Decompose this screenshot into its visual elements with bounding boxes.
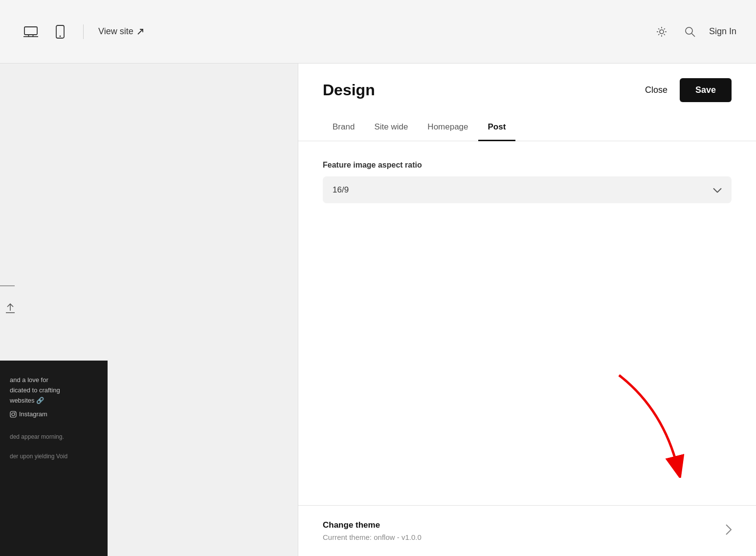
change-theme-title: Change theme — [323, 520, 422, 530]
preview-dark-card: and a love for dicated to crafting websi… — [0, 361, 108, 556]
preview-panel: and a love for dicated to crafting websi… — [0, 64, 298, 556]
view-site-label: View site — [98, 26, 133, 37]
feature-image-label: Feature image aspect ratio — [323, 161, 732, 170]
instagram-link: Instagram — [10, 410, 98, 418]
svg-line-9 — [664, 34, 665, 35]
tabs-container: Brand Site wide Homepage Post — [298, 114, 756, 141]
sign-in-label: Sign In — [709, 26, 736, 37]
laptop-view-button[interactable] — [20, 22, 42, 42]
annotation-arrow — [604, 370, 692, 478]
view-site-button[interactable]: View site — [98, 26, 144, 37]
svg-line-11 — [664, 28, 665, 29]
design-header: Design Close Save — [298, 64, 756, 114]
svg-line-8 — [658, 28, 659, 29]
svg-point-16 — [15, 412, 16, 413]
tab-brand[interactable]: Brand — [323, 114, 364, 141]
tab-homepage[interactable]: Homepage — [418, 114, 478, 141]
design-header-actions: Close Save — [645, 78, 732, 102]
top-bar: View site Sign — [0, 0, 756, 64]
feature-image-section: Feature image aspect ratio 16/9 4/3 1/1 … — [323, 161, 732, 203]
change-theme-info: Change theme Current theme: onflow - v1.… — [323, 520, 422, 541]
search-button[interactable] — [681, 22, 699, 41]
svg-point-3 — [660, 30, 664, 34]
tab-sitewide[interactable]: Site wide — [364, 114, 418, 141]
design-title: Design — [323, 81, 375, 99]
card-text-1: and a love for — [10, 375, 98, 385]
svg-point-12 — [686, 27, 692, 34]
svg-line-10 — [658, 34, 659, 35]
upload-icon — [5, 302, 16, 318]
preview-content: and a love for dicated to crafting websi… — [0, 64, 298, 556]
horizontal-line — [0, 285, 15, 286]
svg-point-15 — [12, 413, 15, 416]
svg-rect-0 — [24, 27, 37, 35]
save-button[interactable]: Save — [680, 78, 732, 102]
design-body: Feature image aspect ratio 16/9 4/3 1/1 … — [298, 141, 756, 556]
top-bar-left: View site — [20, 21, 144, 43]
change-theme-subtitle: Current theme: onflow - v1.0.0 — [323, 533, 422, 541]
card-text-2: dicated to crafting — [10, 385, 98, 396]
change-theme-section[interactable]: Change theme Current theme: onflow - v1.… — [298, 505, 756, 556]
poem-line-2: der upon yielding Void — [10, 452, 98, 461]
chevron-right-icon — [726, 524, 732, 538]
top-bar-right: Sign In — [652, 22, 736, 41]
instagram-label: Instagram — [19, 410, 47, 418]
poem-line-1: ded appear morning. — [10, 432, 98, 442]
tab-post[interactable]: Post — [478, 114, 516, 141]
main-layout: and a love for dicated to crafting websi… — [0, 64, 756, 556]
svg-point-2 — [60, 35, 61, 37]
card-text-3: websites 🔗 — [10, 396, 98, 406]
mobile-view-button[interactable] — [52, 21, 68, 43]
close-button[interactable]: Close — [645, 85, 667, 95]
design-panel: Design Close Save Brand Site wide Homepa… — [298, 64, 756, 556]
aspect-ratio-dropdown-wrapper: 16/9 4/3 1/1 3/2 — [323, 176, 732, 203]
svg-rect-14 — [10, 411, 16, 417]
brightness-button[interactable] — [652, 22, 671, 41]
aspect-ratio-select[interactable]: 16/9 4/3 1/1 3/2 — [323, 176, 732, 203]
svg-line-13 — [691, 33, 695, 37]
toolbar-divider — [83, 24, 84, 39]
